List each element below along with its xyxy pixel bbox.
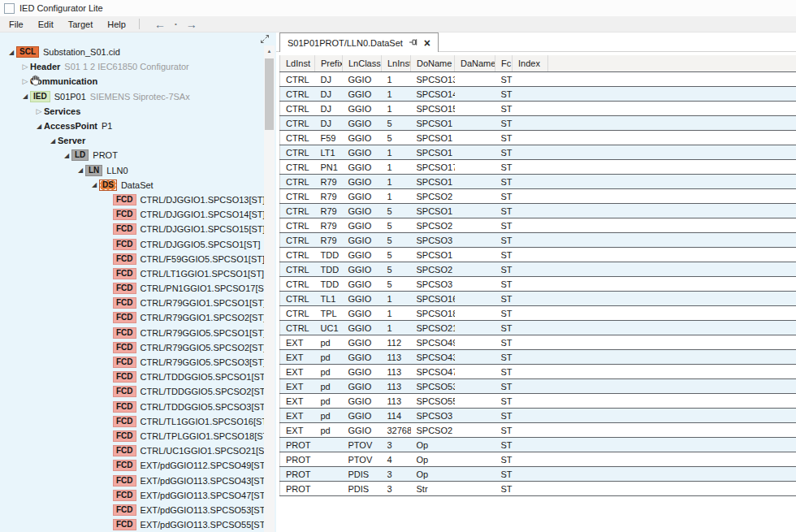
table-row[interactable]: EXTpdGGIO112SPCSO49ST (280, 335, 796, 350)
cell-filler (548, 452, 796, 467)
cell-fc: ST (495, 292, 513, 306)
table-row[interactable]: CTRLDJGGIO1SPCSO15ST (280, 102, 796, 116)
tree-node-ext-pdggio113-spcso47-st[interactable]: FCDEXT/pdGGIO113.SPCSO47[ST] (0, 488, 276, 503)
table-row[interactable]: PROTPTOV3OpST (280, 438, 796, 452)
table-row[interactable]: CTRLDJGGIO1SPCSO13ST (280, 72, 796, 87)
table-row[interactable]: CTRLLT1GGIO1SPCSO1ST (280, 145, 796, 160)
menu-item-file[interactable]: File (2, 16, 31, 32)
table-row[interactable]: CTRLTDDGGIO5SPCSO3ST (280, 277, 796, 292)
column-header-doname[interactable]: DoName (411, 55, 455, 72)
tree-node-ctrl-r79ggio5-spcso1-st[interactable]: FCDCTRL/R79GGIO5.SPCSO1[ST] (0, 326, 276, 340)
table-row[interactable]: CTRLTDDGGIO5SPCSO2ST (280, 262, 796, 277)
table-row[interactable]: CTRLDJGGIO5SPCSO1ST (280, 116, 796, 131)
cell-ldinst: CTRL (280, 160, 315, 175)
tree-node-ctrl-tddggio5-spcso3-st[interactable]: FCDCTRL/TDDGGIO5.SPCSO3[ST] (0, 400, 276, 414)
column-header-lninst[interactable]: LnInst (382, 55, 411, 72)
menu-item-target[interactable]: Target (61, 16, 101, 32)
table-row[interactable]: EXTpdGGIO113SPCSO43ST (280, 350, 796, 365)
menu-item-edit[interactable]: Edit (31, 16, 61, 32)
table-row[interactable]: CTRLTPLGGIO1SPCSO18ST (280, 306, 796, 321)
tree-node-dataset[interactable]: ◢DSDataSet (0, 178, 276, 192)
cell-lninst: 5 (382, 204, 411, 218)
tree-node-ctrl-tl1ggio1-spcso16-st[interactable]: FCDCTRL/TL1GGIO1.SPCSO16[ST] (0, 414, 276, 429)
table-row[interactable]: CTRLTL1GGIO1SPCSO16ST (280, 292, 796, 306)
table-row[interactable]: CTRLPN1GGIO1SPCSO17ST (280, 160, 796, 175)
tree-node-ctrl-f59ggio5-spcso1-st[interactable]: FCDCTRL/F59GGIO5.SPCSO1[ST] (0, 252, 276, 266)
table-row[interactable]: CTRLR79GGIO1SPCSO2ST (280, 189, 796, 204)
expander-open-icon[interactable]: ◢ (76, 167, 85, 174)
tree-node-s01p01[interactable]: ◢IEDS01P01SIEMENS Siprotec-7SAx (0, 89, 276, 104)
tree-node-ctrl-tplggio1-spcso18-st[interactable]: FCDCTRL/TPLGGIO1.SPCSO18[ST] (0, 429, 276, 443)
expander-open-icon[interactable]: ◢ (6, 49, 16, 56)
expander-open-icon[interactable]: ◢ (20, 93, 30, 100)
tree-node-ext-pdggio113-spcso53-st[interactable]: FCDEXT/pdGGIO113.SPCSO53[ST] (0, 503, 276, 517)
table-row[interactable]: CTRLUC1GGIO1SPCSO21ST (280, 321, 796, 335)
panel-collapse-icon[interactable] (260, 34, 270, 44)
tree-node-ctrl-lt1ggio1-spcso1-st[interactable]: FCDCTRL/LT1GGIO1.SPCSO1[ST] (0, 266, 276, 281)
column-header-prefix[interactable]: Prefix (315, 55, 343, 72)
tree-node-ctrl-djggio5-spcso1-st[interactable]: FCDCTRL/DJGGIO5.SPCSO1[ST] (0, 236, 276, 251)
expander-closed-icon[interactable]: ▷ (20, 63, 30, 71)
menu-item-help[interactable]: Help (100, 16, 133, 32)
tree-scrollbar[interactable]: ▲ (264, 45, 275, 532)
expander-open-icon[interactable]: ◢ (89, 181, 99, 188)
scroll-up-arrow[interactable]: ▲ (264, 45, 275, 57)
table-row[interactable]: EXTpdGGIO113SPCSO47ST (280, 365, 796, 379)
tree-node-ctrl-r79ggio5-spcso2-st[interactable]: FCDCTRL/R79GGIO5.SPCSO2[ST] (0, 340, 276, 355)
expander-open-icon[interactable]: ◢ (62, 152, 71, 159)
tree-node-ext-pdggio112-spcso49-st[interactable]: FCDEXT/pdGGIO112.SPCSO49[ST] (0, 458, 276, 473)
tree-node-ctrl-uc1ggio1-spcso21-st[interactable]: FCDCTRL/UC1GGIO1.SPCSO21[ST] (0, 443, 276, 458)
table-row[interactable]: EXTpdGGIO113SPCSO53ST (280, 379, 796, 394)
forward-button[interactable]: → (177, 17, 206, 32)
tree-node-ctrl-pn1ggio1-spcso17-st[interactable]: FCDCTRL/PN1GGIO1.SPCSO17[ST] (0, 281, 276, 296)
tree-node-prot[interactable]: ◢LDPROT (0, 148, 276, 162)
tree-node-ext-pdggio113-spcso43-st[interactable]: FCDEXT/pdGGIO113.SPCSO43[ST] (0, 473, 276, 487)
scrollbar-thumb[interactable] (265, 58, 274, 130)
table-row[interactable]: PROTPDIS3StrST (280, 482, 796, 496)
tree-node-ctrl-tddggio5-spcso2-st[interactable]: FCDCTRL/TDDGGIO5.SPCSO2[ST] (0, 384, 276, 399)
close-icon[interactable]: × (424, 37, 430, 49)
table-row[interactable]: CTRLTDDGGIO5SPCSO1ST (280, 248, 796, 262)
table-row[interactable]: CTRLF59GGIO5SPCSO1ST (280, 131, 796, 145)
tree-node-services[interactable]: ▷Services (0, 104, 276, 119)
pin-icon[interactable] (409, 37, 418, 49)
tree-node-communication[interactable]: ▷Communication (0, 74, 276, 89)
tree-node-ctrl-r79ggio1-spcso2-st[interactable]: FCDCTRL/R79GGIO1.SPCSO2[ST] (0, 310, 276, 325)
table-row[interactable]: EXTpdGGIO32768SPCSO2ST (280, 423, 796, 438)
cell-daname (455, 87, 495, 102)
column-header-fc[interactable]: Fc (495, 55, 513, 72)
tab-dataset[interactable]: S01P01PROT/LLN0.DataSet × (279, 32, 439, 52)
table-row[interactable]: EXTpdGGIO113SPCSO55ST (280, 394, 796, 409)
tree-node-server[interactable]: ◢Server (0, 133, 276, 148)
tree-node-substation-s01-cid[interactable]: ◢SCLSubstation_S01.cid (0, 45, 276, 59)
table-row[interactable]: PROTPDIS3OpST (280, 467, 796, 482)
table-row[interactable]: CTRLDJGGIO1SPCSO14ST (280, 87, 796, 102)
table-row[interactable]: EXTpdGGIO114SPCSO3ST (280, 409, 796, 423)
tree-node-header[interactable]: ▷HeaderS01 1 2 IEC61850 Configurator (0, 59, 276, 74)
tree-node-ctrl-tddggio5-spcso1-st[interactable]: FCDCTRL/TDDGGIO5.SPCSO1[ST] (0, 370, 276, 384)
tree-node-lln0[interactable]: ◢LNLLN0 (0, 163, 276, 178)
table-row[interactable]: CTRLR79GGIO5SPCSO2ST (280, 218, 796, 233)
tree-node-ext-pdggio113-spcso55-st[interactable]: FCDEXT/pdGGIO113.SPCSO55[ST] (0, 517, 276, 532)
tree-node-ctrl-r79ggio1-spcso1-st[interactable]: FCDCTRL/R79GGIO1.SPCSO1[ST] (0, 296, 276, 310)
tree-node-accesspoint[interactable]: ◢AccessPointP1 (0, 119, 276, 133)
table-row[interactable]: CTRLR79GGIO1SPCSO1ST (280, 175, 796, 189)
cell-doname: SPCSO2 (411, 262, 455, 277)
tree-node-ctrl-djggio1-spcso13-st[interactable]: FCDCTRL/DJGGIO1.SPCSO13[ST] (0, 192, 276, 207)
tree-node-ctrl-djggio1-spcso14-st[interactable]: FCDCTRL/DJGGIO1.SPCSO14[ST] (0, 207, 276, 222)
table-row[interactable]: CTRLR79GGIO5SPCSO1ST (280, 204, 796, 218)
table-row[interactable]: PROTPTOV4OpST (280, 452, 796, 467)
cell-index (513, 452, 548, 467)
column-header-lnclass[interactable]: LnClass (343, 55, 382, 72)
tree-node-ctrl-r79ggio5-spcso3-st[interactable]: FCDCTRL/R79GGIO5.SPCSO3[ST] (0, 355, 276, 370)
column-header-daname[interactable]: DaName (455, 55, 495, 72)
column-header-index[interactable]: Index (513, 55, 548, 72)
expander-closed-icon[interactable]: ▷ (34, 107, 44, 115)
column-header-ldinst[interactable]: LdInst (280, 55, 315, 72)
expander-open-icon[interactable]: ◢ (34, 123, 44, 130)
application-window: IED Configurator Lite FileEditTargetHelp… (0, 0, 796, 532)
table-row[interactable]: CTRLR79GGIO5SPCSO3ST (280, 233, 796, 248)
back-button[interactable]: ← (145, 17, 175, 32)
expander-open-icon[interactable]: ◢ (48, 137, 58, 145)
tree-node-ctrl-djggio1-spcso15-st[interactable]: FCDCTRL/DJGGIO1.SPCSO15[ST] (0, 222, 276, 236)
